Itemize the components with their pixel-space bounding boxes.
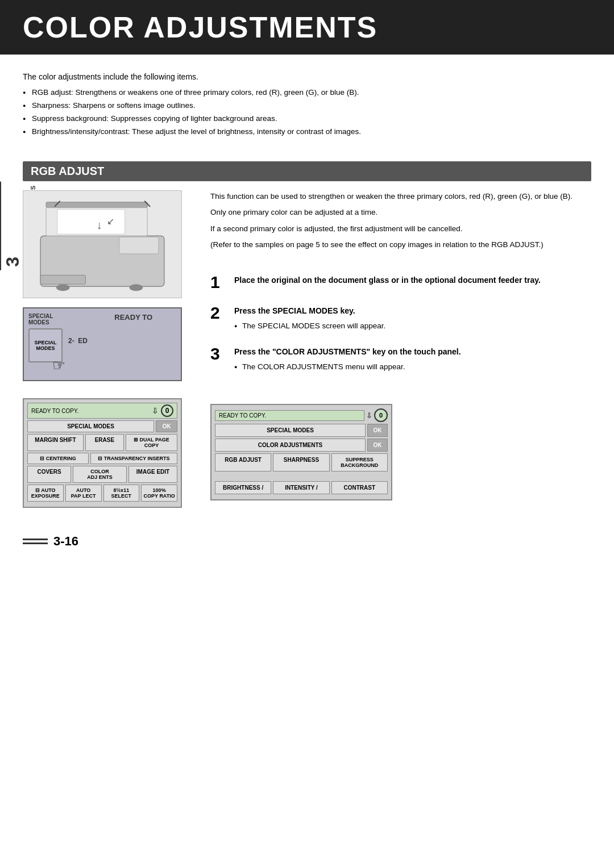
erase-btn[interactable]: ERASE [85,434,124,451]
page-line-bottom [23,542,48,544]
col-right: This function can be used to strengthen … [210,190,591,387]
left-row1: MARGIN SHIFT ERASE ⊞ DUAL PAGECOPY [27,434,177,451]
step-2-num: 2 [210,304,226,322]
intensity-btn[interactable]: INTENSITY / [273,481,329,494]
copy-ratio-btn[interactable]: 100%COPY RATIO [141,485,177,502]
page-lines [23,539,48,544]
bullet-item: RGB adjust: Strengthens or weakens one o… [23,86,591,99]
right-special-modes-row: SPECIAL MODES OK [215,424,388,437]
section-heading: RGB ADJUST [23,161,591,181]
sm-label: SPECIALMODES [28,313,53,326]
dual-page-copy-btn[interactable]: ⊞ DUAL PAGECOPY [126,434,177,451]
step-3: 3 Press the "COLOR ADJUSTMENTS" key on t… [210,345,591,373]
right-counter-area: ⇩ 0 [366,408,388,422]
page-number-area: 3-16 [23,534,591,566]
left-special-modes-row: SPECIAL MODES OK [27,420,177,432]
svg-point-9 [129,284,143,291]
right-counter: 0 [374,408,388,422]
page-header: COLOR ADJUSTMENTS [0,0,614,55]
paper-size-btn[interactable]: 8½x11SELECT [103,485,140,502]
rgb-adjust-btn[interactable]: RGB ADJUST [215,453,271,471]
brightness-btn[interactable]: BRIGHTNESS / [215,481,271,494]
left-row2: ⊟ CENTERING ⊟ TRANSPARENCY INSERTS [27,453,177,464]
copier-svg: ↓ ↙ [23,191,181,298]
step-1-content: Place the original on the document glass… [234,274,591,287]
step-3-content: Press the "COLOR ADJUSTMENTS" key on the… [234,345,591,373]
sharpness-btn[interactable]: SHARPNESS [273,453,329,471]
rgb-desc-3: If a second primary color is adjusted, t… [210,223,591,235]
right-panel-mockup: READY TO COPY. ⇩ 0 SPECIAL MODES OK COLO… [210,404,392,500]
left-panel-status-row: READY TO COPY. ⇩ 0 [27,403,177,419]
page-number: 3-16 [53,534,78,549]
step-2-content: Press the SPECIAL MODES key. The SPECIAL… [234,304,591,332]
special-modes-panel: SPECIALMODES READY TO SPECIALMODES 2- ED… [23,307,182,381]
finger-icon: ☞ [52,357,65,374]
left-ok-btn[interactable]: OK [156,420,177,432]
bottom-left: READY TO COPY. ⇩ 0 SPECIAL MODES OK MARG… [23,398,193,517]
left-row3: COVERS COLORADJ ENTS IMAGE EDIT [27,466,177,483]
color-adj-btn[interactable]: COLORADJ ENTS [73,466,127,483]
left-special-modes-btn[interactable]: SPECIAL MODES [27,420,154,432]
right-special-modes-btn[interactable]: SPECIAL MODES [215,424,366,437]
suppress-background-btn[interactable]: SUPPRESSBACKGROUND [331,453,388,471]
step-3-num: 3 [210,345,226,362]
intro-text: The color adjustments include the follow… [23,70,591,83]
right-icon: ⇩ [366,411,372,420]
left-counter: 0 [161,404,173,417]
right-color-adj-row: COLOR ADJUSTMENTS OK [215,439,388,452]
svg-text:↓: ↓ [97,219,102,231]
step-1-bold: Place the original on the document glass… [234,276,541,285]
sm-ready-text: READY TO [114,313,152,322]
transparency-inserts-btn[interactable]: ⊟ TRANSPARENCY INSERTS [90,453,177,464]
left-ready-text: READY TO COPY. [31,408,78,414]
main-content: The color adjustments include the follow… [0,55,614,566]
rgb-desc-2: Only one primary color can be adjusted a… [210,206,591,219]
svg-rect-7 [40,276,85,285]
two-col-layout: ↓ ↙ SPECIALMODES READY TO SPECIALMODES 2… [23,190,591,387]
svg-rect-3 [57,210,125,235]
covers-btn[interactable]: COVERS [27,466,71,483]
step-2: 2 Press the SPECIAL MODES key. The SPECI… [210,304,591,332]
left-row4: ⊟ AUTOEXPOSURE AUTOPAP LECT 8½x11SELECT … [27,485,177,502]
right-ready-text: READY TO COPY. [215,410,364,421]
image-edit-btn[interactable]: IMAGE EDIT [128,466,177,483]
copier-illustration: ↓ ↙ [23,190,182,298]
sm-display-text: 2- ED [68,337,88,345]
page-title: COLOR ADJUSTMENTS [23,10,591,44]
step-3-bullet: The COLOR ADJUSTMENTS menu will appear. [234,361,591,373]
svg-rect-1 [46,202,147,208]
auto-paper-btn[interactable]: AUTOPAP LECT [65,485,102,502]
auto-exposure-btn[interactable]: ⊟ AUTOEXPOSURE [27,485,64,502]
right-row1: RGB ADJUST SHARPNESS SUPPRESSBACKGROUND [215,453,388,471]
bullet-item: Suppress background: Suppresses copying … [23,112,591,126]
svg-point-8 [56,284,70,291]
right-row2: BRIGHTNESS / INTENSITY / CONTRAST [215,481,388,494]
step-2-bold: Press the SPECIAL MODES key. [234,306,355,315]
step-3-bold: Press the "COLOR ADJUSTMENTS" key on the… [234,347,461,356]
bullet-item: Brightness/intensity/contrast: These adj… [23,126,591,139]
svg-text:↙: ↙ [107,217,114,227]
spacer [215,473,388,481]
bottom-area: READY TO COPY. ⇩ 0 SPECIAL MODES OK MARG… [23,398,591,517]
contrast-btn[interactable]: CONTRAST [331,481,388,494]
bullet-list: RGB adjust: Strengthens or weakens one o… [23,86,591,139]
svg-rect-6 [119,237,159,254]
right-status-row: READY TO COPY. ⇩ 0 [215,408,388,422]
right-color-adj-btn[interactable]: COLOR ADJUSTMENTS [215,439,366,452]
rgb-desc-1: This function can be used to strengthen … [210,190,591,203]
right-ok2-btn[interactable]: OK [367,439,388,452]
step-1: 1 Place the original on the document gla… [210,274,591,291]
margin-shift-btn[interactable]: MARGIN SHIFT [27,434,84,451]
bullet-item: Sharpness: Sharpens or softens image out… [23,99,591,112]
sm-button-label: SPECIALMODES [34,340,56,351]
step-1-num: 1 [210,274,226,291]
left-panel-mockup: READY TO COPY. ⇩ 0 SPECIAL MODES OK MARG… [23,398,182,508]
page-line-top [23,539,48,540]
centering-btn[interactable]: ⊟ CENTERING [27,453,89,464]
left-icon: ⇩ [152,406,159,415]
rgb-desc-4: (Refer to the samples on page 5 to see t… [210,239,591,251]
right-ok1-btn[interactable]: OK [367,424,388,437]
step-2-bullet: The SPECIAL MODES screen will appear. [234,320,591,332]
col-left: ↓ ↙ SPECIALMODES READY TO SPECIALMODES 2… [23,190,193,387]
bottom-right: READY TO COPY. ⇩ 0 SPECIAL MODES OK COLO… [210,398,591,500]
